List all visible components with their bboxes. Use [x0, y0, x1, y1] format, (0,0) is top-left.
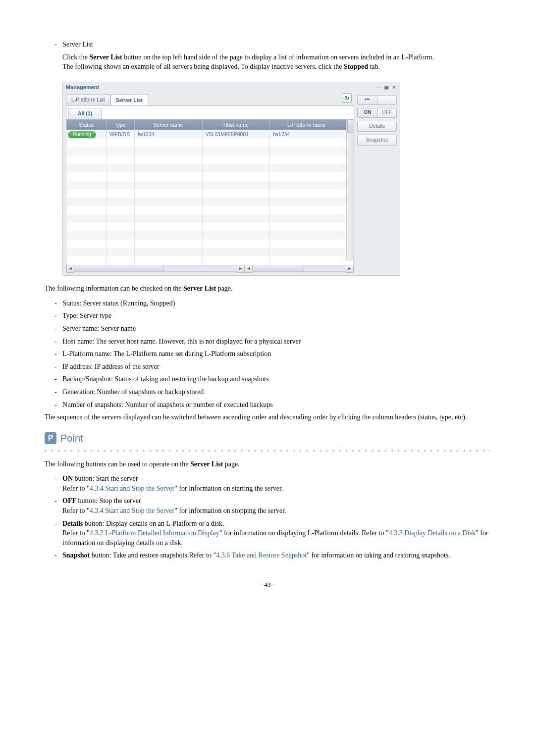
window-controls: — ▣ ✕	[376, 84, 397, 91]
on-button[interactable]: ON	[358, 108, 377, 117]
intro-bold-server-list: Server List	[89, 53, 122, 61]
page-number: - 43 -	[45, 580, 490, 589]
intro-text: Click the	[62, 53, 89, 61]
xref-434-start-stop[interactable]: 4.3.4 Start and Stop the Server	[90, 485, 174, 492]
ref-text: " for information on taking and restorin…	[307, 552, 450, 559]
reload-icon: ↻	[345, 95, 349, 102]
power-segment[interactable]: ON OFF	[357, 108, 397, 118]
point-intro-text: page.	[223, 460, 239, 468]
point-intro: The following buttons can be used to ope…	[45, 459, 490, 469]
scroll-right-icon[interactable]: ►	[346, 265, 354, 273]
ref-text: " for information on stopping the server…	[174, 507, 286, 514]
reload-button[interactable]: ↻	[342, 93, 352, 103]
horizontal-scrollbar-left[interactable]: ◄ ►	[66, 265, 245, 272]
list-item: Number of snapshots: Number of snapshots…	[54, 400, 490, 410]
col-host-name[interactable]: Host name	[202, 119, 270, 130]
mode-segment[interactable]: •••	[357, 95, 397, 105]
list-item: OFF button: Stop the server Refer to "4.…	[54, 496, 490, 515]
screenshot-figure: Management — ▣ ✕ L-Platform List Server …	[62, 82, 400, 276]
section-heading: Server List	[54, 40, 490, 50]
off-button[interactable]: OFF	[377, 108, 396, 117]
server-list-panel: ↻ All (1) Status Type Server nam	[66, 105, 354, 272]
post-intro-text: The following information can be checked…	[45, 285, 183, 292]
point-intro-text: The following buttons can be used to ope…	[45, 460, 190, 468]
cell-host-name: V5L03MF85P0001	[203, 131, 249, 137]
dotted-rule: • • • • • • • • • • • • • • • • • • • • …	[45, 447, 490, 455]
table-row[interactable]: Running WEB/DB fw1234 V5L03MF85P0001 fw1…	[67, 130, 354, 139]
scroll-right-icon[interactable]: ►	[237, 265, 245, 273]
list-item: IP address: IP address of the server	[54, 362, 490, 372]
point-label: Point	[60, 431, 83, 445]
window-title: Management	[66, 84, 99, 91]
list-item: Details button: Display details on an L-…	[54, 519, 490, 548]
on-bold: ON	[62, 475, 73, 482]
col-server-name[interactable]: Server name	[134, 119, 202, 130]
xref-432-lplatform-detail[interactable]: 4.3.2 L-Platform Detailed Information Di…	[90, 529, 219, 537]
list-item: ON button: Start the server Refer to "4.…	[54, 474, 490, 493]
intro-text: button on the top left hand side of the …	[122, 53, 434, 61]
close-icon[interactable]: ✕	[391, 84, 397, 91]
cell-type: WEB/DB	[107, 131, 130, 137]
ref-text: Refer to "	[62, 529, 90, 537]
details-bold: Details	[62, 520, 83, 527]
off-rest: button: Stop the server	[76, 497, 141, 504]
xref-433-disk-details[interactable]: 4.3.3 Display Details on a Disk	[389, 529, 476, 537]
ref-text: Refer to "	[62, 507, 90, 514]
post-intro-bold: Server List	[183, 285, 216, 292]
point-intro-bold: Server List	[190, 460, 223, 468]
subtab-all[interactable]: All (1)	[68, 108, 102, 119]
point-icon: P	[45, 432, 56, 444]
xref-436-snapshot[interactable]: 4.3.6 Take and Restore Snapshot	[216, 552, 307, 559]
sequence-note: The sequence of the servers displayed ca…	[45, 412, 490, 422]
snapshot-button[interactable]: Snapshot	[357, 135, 397, 146]
minimize-icon[interactable]: —	[376, 84, 382, 91]
list-item: L-Platform name: The L-Platform name set…	[54, 349, 490, 359]
scroll-left-icon[interactable]: ◄	[245, 265, 253, 273]
restore-icon[interactable]: ▣	[383, 84, 389, 91]
ref-text: " for information on displaying L-Platfo…	[219, 529, 389, 537]
snapshot-bold: Snapshot	[62, 552, 90, 559]
col-lplatform-name[interactable]: L-Platform name	[270, 119, 343, 130]
list-item: Backup/Snapshot: Status of taking and re…	[54, 374, 490, 384]
intro-text: The following shows an example of all se…	[62, 63, 344, 70]
mode-right[interactable]	[377, 96, 397, 104]
table-header-row[interactable]: Status Type Server name Host name L-Plat…	[67, 119, 354, 130]
on-rest: button: Start the server	[73, 475, 138, 482]
server-table: Status Type Server name Host name L-Plat…	[66, 119, 354, 265]
tab-lplatform-list[interactable]: L-Platform List	[66, 94, 110, 105]
col-status[interactable]: Status	[67, 119, 107, 130]
checklist: Status: Server status (Running, Stopped)…	[54, 299, 490, 409]
cell-server-name: fw1234	[135, 131, 155, 137]
snapshot-rest: button: Take and restore snapshots Refer…	[90, 552, 216, 559]
list-item: Status: Server status (Running, Stopped)	[54, 299, 490, 308]
list-item: Type: Server type	[54, 311, 490, 321]
tab-row: L-Platform List Server List	[66, 94, 354, 105]
post-intro-text: page.	[216, 285, 232, 292]
cell-lplatform-name: fw1234	[270, 131, 290, 137]
scroll-left-icon[interactable]: ◄	[66, 265, 74, 273]
col-type[interactable]: Type	[106, 119, 134, 130]
vertical-scrollbar[interactable]	[346, 119, 354, 261]
xref-434-start-stop[interactable]: 4.3.4 Start and Stop the Server	[90, 507, 174, 514]
horizontal-scrollbar-right[interactable]: ◄ ►	[245, 265, 354, 272]
details-button[interactable]: Details	[357, 121, 397, 132]
operations-list: ON button: Start the server Refer to "4.…	[54, 474, 490, 560]
point-heading: P Point	[45, 431, 490, 445]
post-intro: The following information can be checked…	[45, 284, 490, 294]
list-item: Generation: Number of snapshots or backu…	[54, 387, 490, 397]
list-item: Server name: Server name	[54, 324, 490, 334]
tab-server-list[interactable]: Server List	[110, 95, 148, 106]
list-item: Host name: The server host name. However…	[54, 337, 490, 347]
details-rest: button: Display details on an L-Platform…	[83, 520, 224, 527]
off-bold: OFF	[62, 497, 76, 504]
intro-text: tab.	[368, 63, 380, 70]
ref-text: " for information on starting the server…	[174, 485, 283, 492]
ref-text: Refer to "	[62, 485, 90, 492]
mode-left[interactable]: •••	[358, 96, 377, 104]
side-controls: ••• ON OFF Details Snapshot	[357, 94, 397, 272]
list-item: Snapshot button: Take and restore snapsh…	[54, 551, 490, 560]
intro-paragraph: Click the Server List button on the top …	[62, 52, 490, 72]
intro-bold-stopped: Stopped	[344, 63, 368, 70]
status-badge: Running	[68, 131, 96, 138]
